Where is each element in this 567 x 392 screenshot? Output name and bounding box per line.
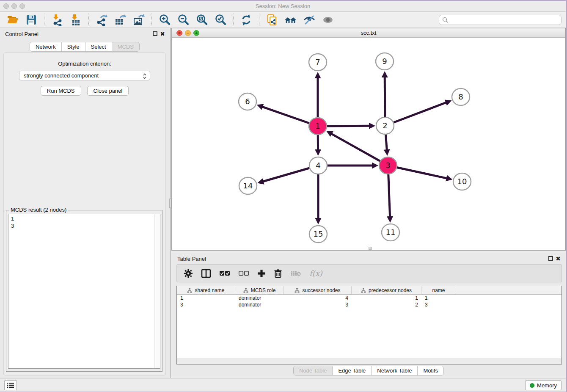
tab-style[interactable]: Style (61, 42, 85, 51)
memory-label: Memory (537, 382, 557, 389)
table-cell[interactable]: 3 (177, 301, 235, 308)
column-header-mcds-role[interactable]: MCDS role (235, 286, 284, 294)
result-scrollbar[interactable] (154, 214, 160, 368)
column-header-successor-nodes[interactable]: successor nodes (284, 286, 352, 294)
table-panel-title: Table Panel (177, 256, 206, 262)
graph-node-2[interactable]: 2 (376, 117, 394, 134)
graph-node-7[interactable]: 7 (309, 54, 327, 71)
graph-node-label: 11 (386, 228, 396, 237)
table-close-panel-icon[interactable]: ✖ (556, 255, 561, 262)
table-cell[interactable]: 3 (284, 301, 352, 308)
tab-network-table[interactable]: Network Table (371, 366, 417, 375)
network-view-window: ✕ − + scc.txt 7968124314101511 (171, 28, 566, 251)
graph-node-10[interactable]: 10 (453, 173, 471, 190)
network-window-titlebar[interactable]: ✕ − + scc.txt (172, 28, 565, 38)
table-cell[interactable]: 1 (177, 295, 235, 301)
graph-node-4[interactable]: 4 (309, 157, 327, 174)
memory-button[interactable]: Memory (525, 380, 561, 390)
checked-boxes-icon[interactable] (219, 271, 230, 276)
main-toolbar (0, 12, 566, 28)
table-cell[interactable]: 3 (421, 301, 456, 308)
unchecked-boxes-icon[interactable] (238, 271, 249, 276)
table-cell[interactable]: dominator (235, 295, 284, 301)
show-eye-icon[interactable] (322, 14, 334, 26)
graph-node-3[interactable]: 3 (379, 157, 397, 174)
run-mcds-button[interactable]: Run MCDS (41, 86, 81, 96)
table-row[interactable]: 1dominator411 (177, 295, 561, 301)
table-panel: Table Panel ✖ (171, 253, 566, 376)
hide-eye-icon[interactable] (303, 14, 316, 26)
graph-arrowhead (446, 175, 452, 182)
graph-node-label: 10 (457, 177, 467, 186)
hierarchy-icon (243, 288, 248, 293)
graph-node-15[interactable]: 15 (309, 226, 327, 243)
table-cell[interactable]: 4 (284, 295, 352, 301)
node-table: shared nameMCDS rolesuccessor nodesprede… (176, 286, 562, 364)
hierarchy-icon (361, 288, 366, 293)
open-session-icon[interactable] (6, 14, 19, 26)
graph-arrowhead (372, 163, 378, 169)
column-header-name[interactable]: name (421, 286, 456, 294)
trash-icon[interactable] (274, 269, 282, 278)
split-columns-icon[interactable] (201, 269, 211, 278)
table-cell[interactable]: dominator (235, 301, 284, 308)
search-field[interactable] (439, 15, 561, 25)
control-panel-header: Control Panel ✖ (0, 28, 169, 40)
task-history-button[interactable] (4, 380, 17, 390)
table-cell[interactable]: 1 (421, 295, 456, 301)
column-header-shared-name[interactable]: shared name (177, 286, 235, 294)
column-header-predecessor-nodes[interactable]: predecessor nodes (352, 286, 421, 294)
graph-node-label: 9 (382, 57, 387, 66)
zoom-in-icon[interactable] (158, 14, 171, 26)
search-input[interactable] (450, 17, 561, 23)
table-cell[interactable]: 2 (352, 301, 421, 308)
graph-node-8[interactable]: 8 (452, 88, 470, 105)
close-panel-icon[interactable]: ✖ (160, 30, 165, 37)
refresh-layout-icon[interactable] (240, 14, 253, 26)
import-table-icon[interactable] (69, 14, 82, 26)
close-panel-button[interactable]: Close panel (87, 86, 129, 96)
graph-edge-3-1[interactable] (331, 134, 388, 166)
import-network-icon[interactable] (51, 14, 63, 26)
canvas-resize-grip[interactable] (369, 247, 372, 250)
graph-arrowhead (315, 72, 321, 78)
result-line: 3 (11, 222, 157, 229)
export-table-icon[interactable] (114, 14, 127, 26)
table-float-panel-icon[interactable] (548, 256, 553, 261)
criterion-value: strongly connected component (24, 72, 99, 79)
tab-mcds[interactable]: MCDS (112, 42, 139, 51)
table-row[interactable]: 3dominator323 (177, 301, 561, 308)
graph-node-1[interactable]: 1 (309, 118, 327, 135)
graph-node-14[interactable]: 14 (239, 177, 257, 194)
horizontal-scrollbar[interactable] (177, 358, 561, 364)
tab-select[interactable]: Select (85, 42, 112, 51)
network-canvas[interactable]: 7968124314101511 (172, 38, 565, 250)
graph-node-6[interactable]: 6 (239, 93, 256, 110)
save-session-icon[interactable] (25, 14, 38, 26)
application-window: Session: New Session (0, 1, 566, 392)
table-panel-header: Table Panel ✖ (171, 253, 566, 265)
graph-edge-2-8[interactable] (385, 102, 446, 126)
tab-node-table[interactable]: Node Table (294, 366, 333, 375)
gear-icon[interactable] (184, 269, 193, 278)
graph-node-label: 3 (385, 161, 390, 170)
criterion-dropdown[interactable]: strongly connected component (19, 71, 150, 80)
table-cell[interactable]: 1 (352, 295, 421, 301)
tab-edge-table[interactable]: Edge Table (332, 366, 371, 375)
export-image-icon[interactable] (132, 14, 145, 26)
houses-icon[interactable] (284, 14, 297, 26)
zoom-fit-icon[interactable] (195, 14, 208, 26)
export-network-icon[interactable] (95, 14, 108, 26)
tab-motifs[interactable]: Motifs (417, 366, 443, 375)
zoom-out-icon[interactable] (177, 14, 190, 26)
optimization-criterion-label: Optimization criterion: (4, 61, 165, 67)
plus-icon[interactable] (257, 269, 266, 278)
graph-node-9[interactable]: 9 (376, 53, 394, 70)
clone-network-icon[interactable] (266, 14, 278, 26)
zoom-selected-icon[interactable] (214, 14, 227, 26)
tab-network[interactable]: Network (30, 42, 61, 51)
mcds-result-list[interactable]: 13 (8, 214, 160, 369)
control-panel-title: Control Panel (5, 31, 39, 37)
graph-node-11[interactable]: 11 (382, 224, 399, 241)
float-panel-icon[interactable] (153, 31, 157, 36)
